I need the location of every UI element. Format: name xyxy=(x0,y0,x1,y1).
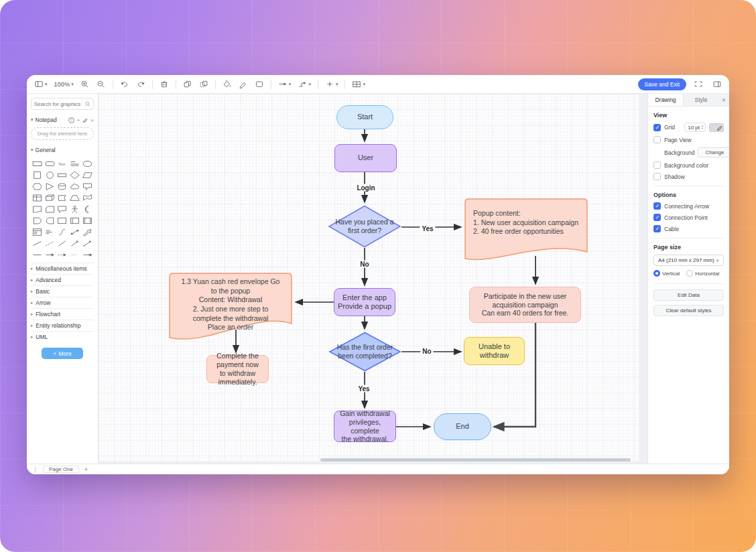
flow-node-unable-withdraw[interactable]: Unable to withdraw xyxy=(464,337,525,365)
slash-arrow-shape-icon[interactable] xyxy=(81,238,94,249)
horizontal-scrollbar[interactable] xyxy=(320,458,631,462)
note-shape-icon[interactable] xyxy=(68,215,81,226)
flow-node-popup-content[interactable]: Popup content: 1. New user acquisition c… xyxy=(464,198,588,261)
rounded-rectangle-shape-icon[interactable] xyxy=(44,158,56,169)
parallelogram-shape-icon[interactable] xyxy=(81,169,94,180)
flow-node-complete-payment[interactable]: Complete the payment now to withdraw imm… xyxy=(206,355,269,383)
zoom-out-icon[interactable] xyxy=(94,78,108,90)
flow-node-start[interactable]: Start xyxy=(336,105,393,129)
flow-node-participate-campaign[interactable]: Participate in the new user acquisition … xyxy=(469,287,581,323)
square-shape-icon[interactable] xyxy=(31,169,44,180)
orientation-vertical-radio[interactable]: Vertical xyxy=(653,270,680,277)
sidebar-section-miscellaneous-items[interactable]: ▸Miscellaneous items xyxy=(31,263,94,274)
zoom-level-select[interactable]: 100% ▾ xyxy=(52,80,76,89)
layout-panel-icon[interactable] xyxy=(710,78,724,90)
arrow-right-shape-icon[interactable] xyxy=(44,249,56,260)
cylinder-shape-icon[interactable] xyxy=(56,181,69,192)
tab-drawing[interactable]: Drawing xyxy=(648,94,684,106)
dot-arrow-shape-icon[interactable] xyxy=(81,249,94,260)
text-block-shape-icon[interactable] xyxy=(44,226,56,237)
table-icon[interactable]: ▾ xyxy=(350,78,367,90)
sidebar-section-entity-relationship[interactable]: ▸Entity relationship xyxy=(31,320,94,331)
flow-node-first-order-decision[interactable]: Have you placed a first order? xyxy=(328,205,401,248)
notepad-drop-zone[interactable]: Drag the element here xyxy=(31,127,94,140)
background-change-button[interactable]: Change xyxy=(698,147,729,157)
edge-label-no[interactable]: No xyxy=(358,261,371,268)
circle-shape-icon[interactable] xyxy=(44,169,56,180)
speech-bubble-shape-icon[interactable] xyxy=(56,204,69,214)
cable-checkbox[interactable] xyxy=(653,225,661,232)
redo-icon[interactable] xyxy=(134,78,147,90)
general-section-header[interactable]: ▾ General xyxy=(31,145,94,155)
connection-point-checkbox[interactable] xyxy=(653,214,661,221)
edge-label-yes[interactable]: Yes xyxy=(356,385,371,393)
sidebar-section-uml[interactable]: ▸UML xyxy=(31,331,94,342)
document-shape-icon[interactable] xyxy=(31,204,44,214)
banner-shape-icon[interactable] xyxy=(56,192,69,203)
clear-default-styles-button[interactable]: Clear default styles xyxy=(653,305,724,316)
notepad-section-header[interactable]: ▾ Notepad ? + × xyxy=(31,115,94,125)
orientation-horizontal-radio[interactable]: Horizontal xyxy=(686,270,719,277)
sidebar-section-basic[interactable]: ▸Basic xyxy=(31,285,94,297)
text-shape-icon[interactable]: Text xyxy=(56,158,69,169)
bold-line-shape-icon[interactable] xyxy=(31,249,44,260)
block-arrow-shape-icon[interactable] xyxy=(81,226,94,237)
ellipse-shape-icon[interactable] xyxy=(81,158,94,169)
page-view-checkbox[interactable] xyxy=(653,136,661,143)
flow-node-order-completed-decision[interactable]: Has the first order been completed? xyxy=(328,332,401,372)
dashed-arrow-shape-icon[interactable] xyxy=(56,249,69,260)
edit-pen-icon[interactable] xyxy=(82,117,88,123)
search-input[interactable] xyxy=(34,101,85,107)
table-shape-icon[interactable] xyxy=(31,192,44,203)
diagonal-line-shape-icon[interactable] xyxy=(56,238,69,249)
sidebar-section-flowchart[interactable]: ▸Flowchart xyxy=(31,308,94,320)
line-color-icon[interactable] xyxy=(237,78,250,90)
d-shape-shape-icon[interactable] xyxy=(31,215,44,226)
page-size-select[interactable]: A4 (210 mm x 297 mm) ∨ xyxy=(653,255,724,266)
flow-node-red-envelope-note[interactable]: 1.3 Yuan cash red envelope Go to the pop… xyxy=(169,273,292,342)
edge-label-no[interactable]: No xyxy=(420,348,433,355)
wave-flag-shape-icon[interactable] xyxy=(81,192,94,203)
add-page-icon[interactable]: + xyxy=(84,466,88,473)
edge-label-yes[interactable]: Yes xyxy=(420,225,435,232)
grid-size-stepper[interactable]: 10 pt ▲▼ xyxy=(684,123,706,132)
save-and-exit-button[interactable]: Save and Exit xyxy=(638,78,686,90)
pages-menu-icon[interactable]: ⋮ xyxy=(32,466,38,473)
diagram-canvas[interactable]: Start User Have you placed a first order… xyxy=(99,94,647,464)
delete-icon[interactable] xyxy=(158,78,171,90)
grid-color-swatch[interactable] xyxy=(709,123,724,132)
cube-shape-icon[interactable] xyxy=(44,192,56,203)
background-color-checkbox[interactable] xyxy=(653,161,661,169)
predefined-process-shape-icon[interactable] xyxy=(81,215,94,226)
triangle-shape-icon[interactable] xyxy=(44,181,56,192)
fullscreen-icon[interactable] xyxy=(692,78,705,90)
crescent-shape-icon[interactable] xyxy=(81,204,94,214)
add-icon[interactable]: + xyxy=(77,117,80,123)
arrow-type-icon[interactable]: ▾ xyxy=(276,78,294,90)
undo-icon[interactable] xyxy=(118,78,131,90)
flow-node-user[interactable]: User xyxy=(334,144,397,172)
shadow-checkbox[interactable] xyxy=(653,173,661,180)
card-shape-icon[interactable] xyxy=(44,204,56,214)
connector-type-icon[interactable]: ▾ xyxy=(296,78,313,90)
form-shape-icon[interactable] xyxy=(31,226,44,237)
panel-close-icon[interactable]: × xyxy=(718,94,729,106)
diamond-shape-icon[interactable] xyxy=(68,169,81,180)
process-shape-icon[interactable] xyxy=(56,215,69,226)
page-tab[interactable]: Page One xyxy=(43,466,79,473)
insert-icon[interactable]: ▾ xyxy=(323,78,340,90)
cloud-shape-icon[interactable] xyxy=(68,181,81,192)
panel-toggle-icon[interactable]: ▾ xyxy=(32,78,50,90)
rectangle-shape-icon[interactable] xyxy=(31,158,44,169)
close-icon[interactable]: × xyxy=(90,117,94,123)
callout-shape-icon[interactable] xyxy=(81,181,94,192)
trapezoid-shape-icon[interactable] xyxy=(68,192,81,203)
edge-label-login[interactable]: Login xyxy=(355,184,377,192)
dotted-line-shape-icon[interactable] xyxy=(68,249,81,260)
copy-icon[interactable] xyxy=(181,78,194,90)
connecting-arrow-checkbox[interactable] xyxy=(653,202,661,210)
grid-checkbox[interactable] xyxy=(653,124,661,131)
dashed-line-shape-icon[interactable] xyxy=(44,238,56,249)
delay-shape-icon[interactable] xyxy=(44,215,56,226)
edit-data-button[interactable]: Edit Data xyxy=(653,289,724,301)
